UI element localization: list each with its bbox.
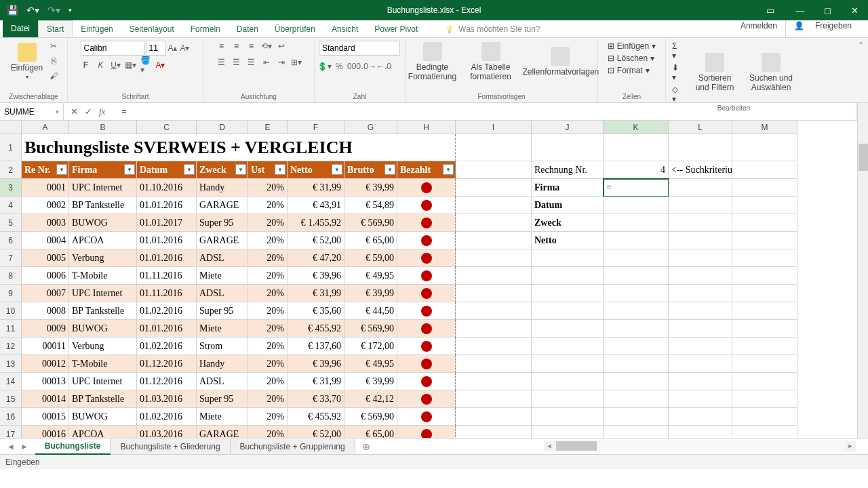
cell-zweck[interactable]: Super 95 (197, 302, 248, 320)
cell[interactable] (456, 408, 532, 426)
cell-nr[interactable]: 00011 (22, 338, 69, 355)
cell-zweck[interactable]: Handy (197, 179, 248, 197)
cell-zweck[interactable]: Handy (197, 355, 248, 373)
sheet-nav-next-icon[interactable]: ► (20, 442, 28, 451)
tab-review[interactable]: Überprüfen (267, 21, 323, 37)
cell-firma[interactable]: APCOA (69, 426, 137, 438)
cell-netto[interactable]: € 35,60 (288, 302, 344, 320)
cell-netto[interactable]: € 33,70 (288, 390, 344, 408)
row-header-2[interactable]: 2 (0, 161, 22, 179)
cell[interactable] (604, 214, 669, 232)
cell[interactable] (669, 426, 732, 438)
col-header-M[interactable]: M (732, 121, 797, 134)
row-header-14[interactable]: 14 (0, 373, 22, 390)
align-right-icon[interactable]: ☰ (246, 57, 257, 68)
cell[interactable] (604, 134, 669, 161)
cell-datum[interactable]: 01.02.2016 (137, 302, 197, 320)
cell[interactable] (732, 197, 797, 214)
row-header-5[interactable]: 5 (0, 214, 22, 232)
cell-bezahlt[interactable] (397, 338, 456, 355)
cell-zweck[interactable]: GARAGE (197, 426, 248, 438)
border-icon[interactable]: ▦▾ (125, 60, 136, 70)
cell[interactable] (456, 197, 532, 214)
cell[interactable] (669, 408, 732, 426)
cell[interactable] (732, 249, 797, 267)
align-top-icon[interactable]: ≡ (216, 41, 227, 52)
indent-inc-icon[interactable]: ⇥ (276, 57, 287, 68)
table-header-1[interactable]: Firma▼ (69, 161, 137, 179)
row-header-10[interactable]: 10 (0, 302, 22, 320)
cell[interactable] (604, 373, 669, 390)
lookup-renr-label[interactable]: Rechnung Nr. (532, 161, 604, 179)
col-header-A[interactable]: A (22, 121, 69, 134)
cell[interactable] (732, 302, 797, 320)
cells-delete-button[interactable]: ⊟ Löschen ▾ (606, 53, 658, 64)
row-header-6[interactable]: 6 (0, 232, 22, 249)
cell-bezahlt[interactable] (397, 426, 456, 438)
comma-icon[interactable]: 000 (349, 61, 359, 72)
fill-color-icon[interactable]: 🪣▾ (140, 60, 151, 70)
cell-firma[interactable]: BP Tankstelle (69, 302, 137, 320)
cell[interactable] (669, 179, 732, 197)
bold-icon[interactable]: F (81, 60, 92, 70)
cell-nr[interactable]: 00013 (22, 373, 69, 390)
cell[interactable] (456, 214, 532, 232)
lookup-label-2[interactable]: Zweck (532, 214, 604, 232)
cell[interactable] (456, 320, 532, 338)
cell[interactable] (604, 249, 669, 267)
table-header-7[interactable]: Bezahlt▼ (397, 161, 456, 179)
cell-brutto[interactable]: € 59,00 (344, 249, 397, 267)
cell-bezahlt[interactable] (397, 408, 456, 426)
row-header-9[interactable]: 9 (0, 285, 22, 302)
cell[interactable] (532, 320, 604, 338)
cell[interactable] (532, 408, 604, 426)
tab-layout[interactable]: Seitenlayout (121, 21, 182, 37)
cell-nr[interactable]: 00012 (22, 355, 69, 373)
cell[interactable] (456, 267, 532, 285)
filter-button[interactable]: ▼ (332, 164, 342, 175)
row-header-8[interactable]: 8 (0, 267, 22, 285)
table-header-0[interactable]: Re Nr.▼ (22, 161, 69, 179)
cell[interactable] (732, 285, 797, 302)
cell-bezahlt[interactable] (397, 390, 456, 408)
underline-icon[interactable]: U▾ (111, 60, 121, 70)
cell-datum[interactable]: 01.03.2016 (137, 426, 197, 438)
cell-netto[interactable]: € 1.455,92 (288, 214, 344, 232)
active-cell-K3[interactable]: = (604, 179, 669, 197)
clear-icon[interactable]: ◇ ▾ (670, 84, 681, 104)
table-format-button[interactable]: Als Tabelle formatieren (465, 41, 517, 83)
cell-ust[interactable]: 20% (248, 249, 288, 267)
cell-ust[interactable]: 20% (248, 197, 288, 214)
cell[interactable] (669, 285, 732, 302)
cell-netto[interactable]: € 39,96 (288, 267, 344, 285)
cell-netto[interactable]: € 31,99 (288, 179, 344, 197)
cell-nr[interactable]: 0002 (22, 197, 69, 214)
percent-icon[interactable]: % (334, 61, 344, 72)
cell-styles-button[interactable]: Zellenformatvorlagen (520, 45, 600, 78)
close-icon[interactable]: ✕ (841, 0, 868, 20)
cell-nr[interactable]: 0004 (22, 232, 69, 249)
cell[interactable] (604, 408, 669, 426)
merge-icon[interactable]: ⊞▾ (291, 57, 302, 68)
cell-datum[interactable]: 01.11.2016 (137, 267, 197, 285)
col-header-L[interactable]: L (669, 121, 732, 134)
cell-netto[interactable]: € 455,92 (288, 320, 344, 338)
grow-font-icon[interactable]: A▴ (167, 43, 178, 54)
undo-icon[interactable]: ↶▾ (26, 5, 39, 16)
cell-brutto[interactable]: € 172,00 (344, 338, 397, 355)
col-header-D[interactable]: D (197, 121, 248, 134)
cell[interactable] (532, 285, 604, 302)
enter-formula-icon[interactable]: ✓ (85, 106, 92, 117)
lookup-label-1[interactable]: Datum (532, 197, 604, 214)
new-sheet-button[interactable]: ⊕ (355, 439, 377, 455)
cell-ust[interactable]: 20% (248, 426, 288, 438)
cell-nr[interactable]: 00015 (22, 408, 69, 426)
cell[interactable] (456, 232, 532, 249)
cell[interactable] (669, 355, 732, 373)
cell[interactable] (532, 249, 604, 267)
cell-bezahlt[interactable] (397, 285, 456, 302)
cell[interactable] (456, 338, 532, 355)
cell-netto[interactable]: € 31,99 (288, 373, 344, 390)
cell-zweck[interactable]: ADSL (197, 373, 248, 390)
tab-file[interactable]: Datei (3, 20, 38, 37)
